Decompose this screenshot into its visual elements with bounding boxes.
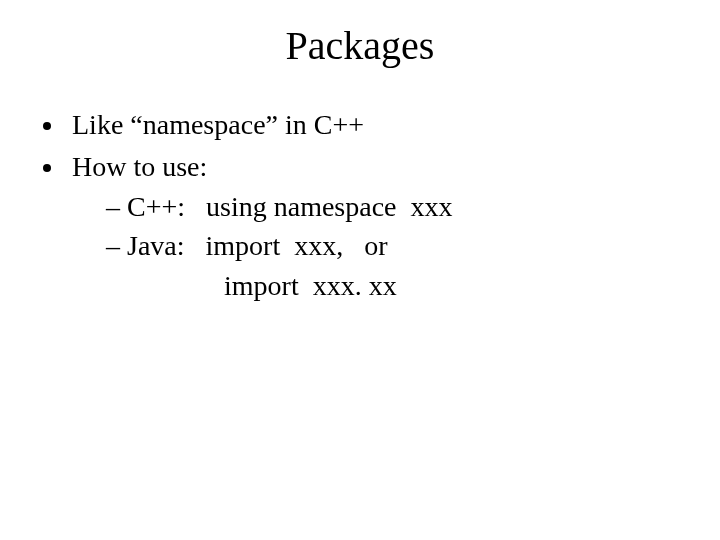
slide: Packages Like “namespace” in C++ How to … [0, 0, 720, 540]
slide-body: Like “namespace” in C++ How to use: – C+… [36, 106, 684, 309]
sub-item: – Java: import xxx, or [106, 227, 684, 265]
bullet-text: How to use: [72, 151, 207, 182]
sub-item-continuation: import xxx. xx [106, 267, 684, 305]
sub-list: – C++: using namespace xxx – Java: impor… [72, 188, 684, 305]
slide-title: Packages [0, 22, 720, 69]
bullet-list: Like “namespace” in C++ How to use: – C+… [36, 106, 684, 305]
bullet-text: Like “namespace” in C++ [72, 109, 364, 140]
sub-item: – C++: using namespace xxx [106, 188, 684, 226]
bullet-item: How to use: – C++: using namespace xxx –… [66, 148, 684, 305]
bullet-item: Like “namespace” in C++ [66, 106, 684, 144]
